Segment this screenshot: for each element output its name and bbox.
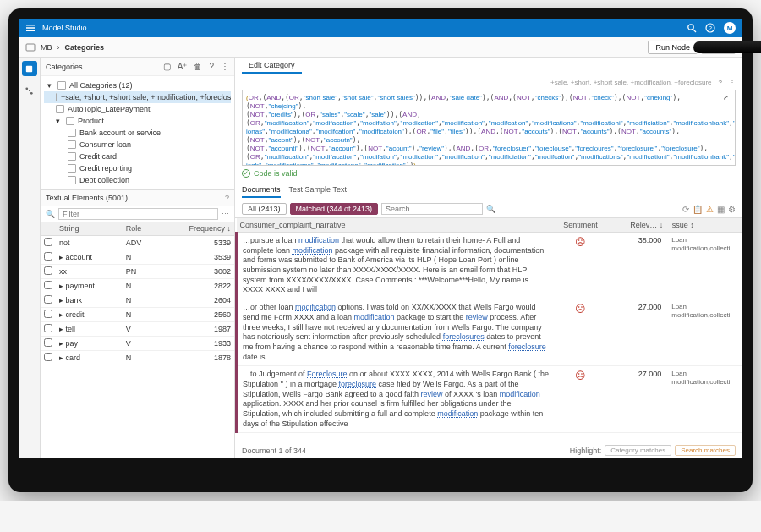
pill-matched[interactable]: Matched (344 of 2413) (290, 203, 379, 215)
textual-help-icon[interactable]: ? (225, 194, 229, 202)
textual-title: Textual Elements (5001) (46, 194, 128, 202)
row-checkbox[interactable] (44, 281, 52, 289)
icon-rail (19, 58, 41, 458)
row-checkbox[interactable] (44, 324, 52, 332)
help-icon[interactable]: ? (705, 23, 715, 33)
tree-root[interactable]: ▾All Categories (12) (44, 80, 231, 91)
run-node-button[interactable]: Run Node (648, 41, 698, 54)
textual-row[interactable]: ▸ creditN2560 (41, 308, 234, 322)
chip-category-matches[interactable]: Category matches (605, 445, 671, 456)
app-title: Model Studio (42, 24, 87, 32)
textual-filter-input[interactable] (58, 208, 218, 220)
breadcrumb-b: Categories (65, 43, 105, 52)
row-checkbox[interactable] (44, 295, 52, 304)
tree-item[interactable]: Consumer loan (44, 139, 231, 151)
more-icon[interactable]: ⋮ (221, 62, 229, 71)
tab-test-sample[interactable]: Test Sample Text (289, 183, 347, 198)
check-icon: ✓ (242, 169, 250, 178)
breadcrumb-a: MB (41, 43, 52, 52)
categories-title: Categories (46, 63, 83, 71)
rail-categories-icon[interactable] (22, 61, 37, 76)
col-role[interactable]: Role (123, 222, 158, 236)
doc-settings-icon[interactable]: ⚙ (728, 205, 736, 214)
node-icon (25, 42, 36, 52)
col-narrative[interactable]: Consumer_complaint_narrative (237, 218, 556, 233)
textual-row[interactable]: ▸ paymentN2822 (41, 279, 234, 293)
row-checkbox[interactable] (44, 338, 52, 347)
pill-all[interactable]: All (2413) (242, 203, 287, 215)
row-checkbox[interactable] (44, 266, 52, 275)
row-checkbox[interactable] (44, 353, 52, 361)
doc-copy-icon[interactable]: 📋 (693, 205, 703, 214)
tree-item[interactable]: Debt collection (44, 174, 231, 186)
tree-item[interactable]: Bank account or service (44, 127, 231, 139)
tree-item[interactable]: ▾Product (44, 115, 231, 127)
textual-row[interactable]: notADV5339 (41, 236, 234, 250)
sentiment-negative-icon: ☹ (575, 303, 586, 315)
editor-help-icon[interactable]: ? (719, 79, 722, 86)
col-freq[interactable]: Frequency ↓ (157, 222, 234, 236)
breadcrumb-sep: › (57, 43, 60, 52)
svg-text:?: ? (709, 25, 712, 31)
tree-item[interactable]: AutoTopic_LatePayment (44, 103, 231, 115)
search-icon[interactable] (687, 23, 697, 33)
textual-row[interactable]: ▸ accountN3539 (41, 250, 234, 265)
doc-warning-icon[interactable]: ⚠ (706, 205, 714, 214)
textual-header: Textual Elements (5001) ? (41, 189, 234, 206)
editor-more-icon[interactable]: ⋮ (729, 79, 736, 86)
svg-rect-3 (26, 44, 35, 51)
doc-columns-icon[interactable]: ▦ (717, 205, 725, 214)
document-row[interactable]: …to Judgement of Foreclosure on or about… (237, 366, 743, 433)
sentiment-negative-icon: ☹ (575, 236, 586, 248)
documents-table: Consumer_complaint_narrative Sentiment R… (235, 217, 742, 442)
breadcrumb: MB › Categories (25, 42, 104, 52)
filter-more-icon[interactable]: ⋯ (222, 210, 229, 218)
doc-counter: Document 1 of 344 (242, 447, 306, 455)
textual-row[interactable]: xxPN3002 (41, 265, 234, 279)
help-small-icon[interactable]: ? (209, 62, 214, 71)
highlight-label: Highlight: (570, 447, 602, 455)
row-checkbox[interactable] (44, 310, 52, 318)
col-relevance[interactable]: Relev… ↓ (605, 218, 666, 233)
textual-row[interactable]: ▸ cardN1878 (41, 351, 234, 365)
svg-rect-4 (26, 65, 32, 71)
filter-icon: 🔍 (46, 210, 55, 218)
delete-icon[interactable]: 🗑 (194, 62, 202, 71)
tree-item[interactable]: Credit card (44, 151, 231, 162)
sentiment-negative-icon: ☹ (575, 370, 586, 381)
new-topic-icon[interactable]: A⁺ (178, 62, 188, 71)
tree-item[interactable]: +sale, +short, +short sale, +modificatio… (44, 91, 231, 103)
document-row[interactable]: …pursue a loan modification that would a… (237, 233, 743, 299)
code-valid-status: ✓ Code is valid (242, 169, 736, 178)
doc-search-input[interactable] (381, 203, 483, 215)
textual-row[interactable]: ▸ tellV1987 (41, 322, 234, 337)
doc-refresh-icon[interactable]: ⟳ (682, 205, 689, 214)
document-row[interactable]: …or other loan modification options. I w… (237, 299, 743, 366)
user-avatar[interactable]: M (724, 22, 736, 34)
documents-footer: Document 1 of 344 Highlight: Category ma… (235, 442, 742, 458)
new-category-icon[interactable]: ▢ (163, 62, 171, 71)
editor-expand-icon[interactable]: ⤢ (723, 94, 733, 104)
menu-icon[interactable] (25, 23, 36, 33)
editor-crumb: +sale, +short, +short sale, +modificatio… (550, 79, 712, 86)
breadcrumb-bar: MB › Categories Run Node Close (19, 37, 742, 58)
chip-search-matches[interactable]: Search matches (675, 445, 736, 456)
col-string[interactable]: String (56, 222, 123, 236)
app-topbar: Model Studio ? M (19, 19, 742, 37)
col-sentiment[interactable]: Sentiment (556, 218, 606, 233)
textual-row[interactable]: ▸ payV1933 (41, 337, 234, 351)
svg-point-0 (688, 25, 693, 30)
row-checkbox[interactable] (44, 238, 52, 246)
rail-flow-icon[interactable] (22, 83, 37, 98)
categories-header: Categories ▢ A⁺ 🗑 ? ⋮ (41, 58, 234, 76)
code-editor[interactable]: ⤢ (OR,(AND,(OR,"short sale","shot sale",… (242, 90, 736, 166)
tab-documents[interactable]: Documents (242, 183, 281, 198)
tab-edit-category[interactable]: Edit Category (242, 58, 302, 74)
textual-row[interactable]: ▸ bankN2604 (41, 293, 234, 308)
col-issue[interactable]: Issue ↕ (666, 218, 742, 233)
categories-tree: ▾All Categories (12) +sale, +short, +sho… (41, 76, 234, 189)
textual-table: String Role Frequency ↓ notADV5339▸ acco… (41, 222, 234, 458)
tree-item[interactable]: Credit reporting (44, 162, 231, 174)
search-go-icon[interactable]: 🔍 (486, 205, 495, 213)
row-checkbox[interactable] (44, 252, 52, 261)
